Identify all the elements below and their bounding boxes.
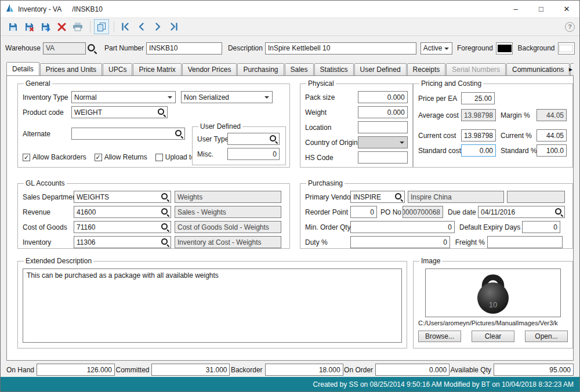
tab-upcs[interactable]: UPCs [103, 63, 132, 75]
product-code-search-icon[interactable] [157, 108, 166, 117]
inventory-type-select[interactable]: Normal [71, 91, 176, 103]
standard-pct-input[interactable]: 100.0 [536, 144, 567, 157]
reorder-point-input[interactable]: 0 [350, 206, 377, 218]
current-cost-input[interactable]: 13.98798 [461, 129, 496, 141]
delete-button[interactable] [54, 19, 69, 34]
tab-communications[interactable]: Communications [506, 63, 570, 75]
allow-backorders-checkbox[interactable]: ✓ Allow Backorders [23, 153, 86, 161]
sales-department-search-icon[interactable] [161, 193, 169, 201]
revenue-search-icon[interactable] [161, 208, 169, 216]
sales-department-input[interactable]: WEIGHTS [74, 191, 171, 203]
print-button[interactable] [70, 19, 85, 34]
copy-button[interactable] [94, 19, 109, 34]
background-color-button[interactable] [558, 42, 575, 55]
tab-user-defined[interactable]: User Defined [354, 63, 407, 75]
location-input[interactable] [358, 121, 408, 133]
revenue-input[interactable]: 41600 [74, 206, 171, 218]
nav-prev-button[interactable] [134, 19, 149, 34]
tab-sales[interactable]: Sales [285, 63, 314, 75]
delete-icon [57, 22, 67, 32]
quantity-bar: On Hand 126.000 Committed 31.000 Backord… [6, 364, 574, 376]
nav-last-icon [169, 22, 179, 31]
pack-size-input[interactable]: 0.000 [358, 91, 408, 103]
tab-scroll-right-button[interactable]: ► [568, 66, 574, 72]
nav-last-button[interactable] [166, 19, 182, 34]
available-qty-group: Available Qty 95.000 [451, 364, 574, 376]
warehouse-label: Warehouse [5, 44, 41, 52]
primary-vendor-input[interactable]: INSPIRE [350, 191, 405, 203]
warehouse-search-icon[interactable] [87, 43, 97, 53]
minimize-button[interactable]: – [503, 1, 528, 18]
nav-first-button[interactable] [118, 19, 133, 34]
cost-of-goods-search-icon[interactable] [161, 223, 169, 231]
user-defined-group: User Defined User Type Misc. 0 [192, 122, 286, 165]
tab-purchasing[interactable]: Purchasing [237, 63, 284, 75]
help-button[interactable]: ? [565, 22, 575, 32]
inventory-account-input[interactable]: 11306 [74, 236, 171, 248]
hs-code-input[interactable] [358, 151, 408, 164]
allow-returns-label: Allow Returns [104, 153, 147, 161]
tab-vendor-prices[interactable]: Vendor Prices [182, 63, 237, 75]
open-button[interactable]: Open... [525, 331, 568, 342]
alternate-input[interactable] [71, 128, 185, 140]
inventory-account-search-icon[interactable] [161, 238, 169, 246]
due-date-input[interactable]: 04/11/2016 [478, 206, 565, 218]
tab-receipts[interactable]: Receipts [407, 63, 446, 75]
alternate-search-icon[interactable] [175, 129, 183, 138]
svg-text:10: 10 [489, 300, 497, 309]
country-of-origin-select[interactable] [358, 136, 408, 148]
duty-pct-input[interactable]: 0 [350, 236, 450, 248]
save-cancel-button[interactable] [21, 19, 37, 34]
weight-input[interactable]: 0.000 [358, 106, 408, 118]
tab-details[interactable]: Details [6, 62, 39, 75]
user-type-input[interactable] [227, 133, 280, 145]
maximize-button[interactable]: □ [528, 1, 554, 18]
default-expiry-days-input[interactable]: 0 [522, 221, 560, 233]
tab-price-matrix[interactable]: Price Matrix [133, 63, 181, 75]
image-legend: Image [419, 257, 442, 265]
backorder-group: Backorder 18.000 [231, 364, 343, 376]
close-button[interactable]: ✕ [554, 1, 579, 18]
po-no-label: PO No [380, 208, 400, 216]
product-code-label: Product code [23, 108, 71, 117]
due-date-search-icon[interactable] [554, 208, 563, 216]
current-pct-input[interactable]: 44.05 [536, 129, 567, 141]
min-order-qty-input[interactable]: 0 [350, 221, 455, 233]
serialized-select[interactable]: Non Serialized [181, 91, 273, 103]
alternate-label: Alternate [23, 130, 71, 138]
margin-pct-label: Margin % [501, 111, 534, 119]
duty-pct-label: Duty % [305, 238, 350, 246]
warehouse-input[interactable]: VA [43, 42, 86, 55]
standard-cost-label: Standard cost [418, 147, 461, 155]
product-code-input[interactable]: WEIGHT [71, 106, 168, 118]
purchasing-group: Purchasing Primary Vendor INSPIRE Inspir… [300, 179, 573, 249]
foreground-color-button[interactable] [496, 42, 513, 55]
allow-returns-checkbox[interactable]: ✓ Allow Returns [95, 153, 147, 161]
sales-department-label: Sales Department [23, 193, 74, 201]
standard-cost-input[interactable]: 0.00 [461, 144, 496, 157]
tab-statistics[interactable]: Statistics [314, 63, 354, 75]
freight-pct-input[interactable] [487, 236, 563, 248]
part-number-input[interactable]: INSKB10 [146, 42, 222, 55]
user-type-search-icon[interactable] [269, 135, 278, 143]
description-label: Description [228, 44, 263, 52]
po-no-value: 0000700068 [403, 206, 443, 218]
save-button[interactable] [5, 19, 20, 34]
general-legend: General [24, 79, 52, 88]
primary-vendor-search-icon[interactable] [394, 193, 403, 201]
upload-to-web-checkmark [155, 154, 163, 161]
description-input[interactable]: InSpire Kettlebell 10 [265, 42, 416, 55]
tab-prices-and-units[interactable]: Prices and Units [40, 63, 102, 75]
status-select[interactable]: Active [420, 42, 452, 55]
extended-description-textarea[interactable]: This can be purchased as a package with … [23, 268, 402, 343]
misc-input[interactable]: 0 [227, 148, 280, 160]
background-label: Background [517, 44, 554, 52]
cost-of-goods-input[interactable]: 71160 [74, 221, 171, 233]
inventory-account-name: Inventory at Cost - Weights [175, 236, 281, 248]
nav-next-button[interactable] [150, 19, 165, 34]
physical-legend: Physical [306, 79, 336, 88]
price-per-ea-input[interactable]: 25.00 [461, 92, 495, 104]
browse-button[interactable]: Browse... [418, 331, 461, 342]
save-new-button[interactable] [38, 19, 53, 34]
clear-button[interactable]: Clear [472, 331, 514, 342]
